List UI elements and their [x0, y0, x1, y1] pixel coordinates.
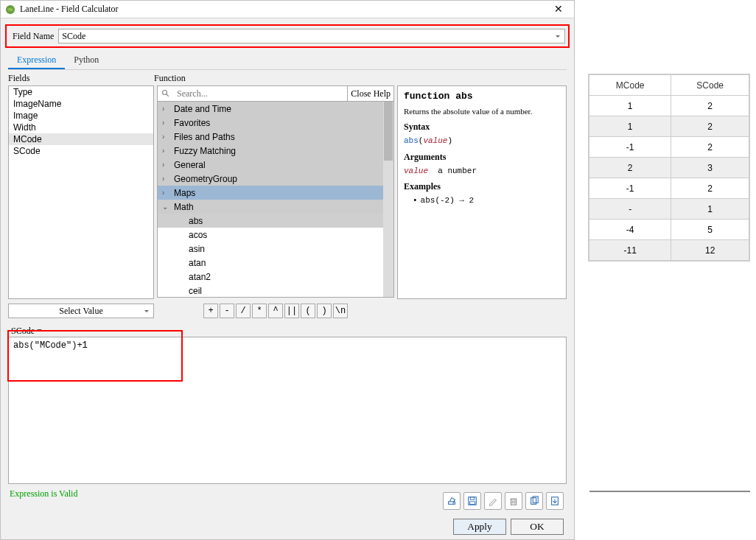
- operator-button[interactable]: ^: [268, 304, 283, 318]
- chevron-right-icon: ›: [162, 147, 174, 155]
- function-item[interactable]: acos: [158, 228, 393, 242]
- svg-line-2: [167, 94, 169, 97]
- function-category[interactable]: ›Maps: [158, 186, 393, 200]
- help-syntax-label: Syntax: [404, 122, 560, 133]
- data-grid: MCode SCode 1212-1223-12-1-45-1112: [588, 74, 750, 262]
- table-row[interactable]: -1112: [589, 240, 749, 261]
- table-row[interactable]: 12: [589, 96, 749, 116]
- table-row[interactable]: 12: [589, 116, 749, 137]
- window-title: LaneLine - Field Calculator: [20, 4, 547, 15]
- table-cell[interactable]: 1: [589, 116, 671, 137]
- select-value-button[interactable]: Select Value: [8, 304, 154, 318]
- edit-icon[interactable]: [484, 492, 502, 510]
- table-cell[interactable]: 2: [671, 178, 749, 199]
- field-item[interactable]: Image: [9, 110, 153, 122]
- function-item[interactable]: ceil: [158, 284, 393, 298]
- function-category[interactable]: ›Fuzzy Matching: [158, 144, 393, 158]
- expression-textarea[interactable]: abs("MCode")+1: [8, 337, 567, 484]
- table-cell[interactable]: 5: [671, 220, 749, 240]
- tab-expression[interactable]: Expression: [8, 52, 65, 69]
- operator-button[interactable]: -: [220, 304, 234, 318]
- field-name-label: Field Name: [13, 31, 54, 42]
- field-name-combo[interactable]: SCode: [58, 29, 565, 43]
- table-row[interactable]: -12: [589, 178, 749, 199]
- field-item[interactable]: SCode: [9, 145, 153, 157]
- function-category[interactable]: ›Files and Paths: [158, 130, 393, 144]
- field-item[interactable]: ImageName: [9, 98, 153, 110]
- table-cell[interactable]: 1: [589, 96, 671, 116]
- table-cell[interactable]: -: [589, 199, 671, 220]
- category-label: General: [174, 160, 206, 170]
- copy-icon[interactable]: [525, 492, 543, 510]
- delete-icon[interactable]: [505, 492, 522, 510]
- fields-heading: Fields: [8, 73, 154, 84]
- function-category[interactable]: ›Date and Time: [158, 102, 393, 116]
- grid-divider: [589, 491, 750, 492]
- function-item[interactable]: abs: [158, 214, 393, 228]
- table-cell[interactable]: -11: [589, 240, 671, 261]
- field-item[interactable]: Type: [9, 86, 153, 98]
- table-cell[interactable]: -1: [589, 137, 671, 158]
- save-icon[interactable]: [463, 492, 481, 510]
- operator-button[interactable]: \n: [333, 304, 348, 318]
- clear-icon[interactable]: [443, 492, 461, 510]
- field-item[interactable]: Width: [9, 122, 153, 133]
- help-desc: Returns the absolute value of a number.: [404, 106, 560, 117]
- table-row[interactable]: 23: [589, 158, 749, 178]
- function-item[interactable]: asin: [158, 242, 393, 256]
- table-cell[interactable]: 2: [589, 158, 671, 178]
- function-category[interactable]: ›GeometryGroup: [158, 172, 393, 186]
- operator-button[interactable]: /: [236, 304, 251, 318]
- category-label: Math: [174, 202, 194, 212]
- category-label: Date and Time: [174, 104, 231, 114]
- tab-python[interactable]: Python: [65, 52, 108, 69]
- close-help-button[interactable]: Close Help: [347, 86, 393, 101]
- function-tree[interactable]: ›Date and Time›Favorites›Files and Paths…: [157, 102, 394, 298]
- operator-button[interactable]: (: [301, 304, 315, 318]
- table-cell[interactable]: 12: [671, 240, 749, 261]
- table-cell[interactable]: -1: [589, 178, 671, 199]
- svg-rect-5: [470, 497, 474, 500]
- expression-pane: Fields Function TypeImageNameImageWidthM…: [8, 73, 567, 499]
- function-category[interactable]: ⌄Math: [158, 200, 393, 214]
- field-item[interactable]: MCode: [9, 133, 153, 145]
- table-cell[interactable]: 2: [671, 96, 749, 116]
- chevron-right-icon: ›: [162, 161, 174, 169]
- table-cell[interactable]: 2: [671, 116, 749, 137]
- search-input[interactable]: [174, 86, 347, 101]
- table-cell[interactable]: 3: [671, 158, 749, 178]
- ok-button[interactable]: OK: [511, 519, 564, 535]
- apply-button[interactable]: Apply: [453, 519, 506, 535]
- table-cell[interactable]: 2: [671, 137, 749, 158]
- table-row[interactable]: -12: [589, 137, 749, 158]
- operator-button[interactable]: *: [252, 304, 267, 318]
- category-label: Fuzzy Matching: [174, 146, 236, 156]
- category-label: Maps: [174, 188, 195, 198]
- function-category[interactable]: ›Favorites: [158, 116, 393, 130]
- table-row[interactable]: -45: [589, 220, 749, 240]
- function-item[interactable]: atan2: [158, 270, 393, 284]
- category-label: Favorites: [174, 118, 210, 128]
- chevron-right-icon: ›: [162, 189, 174, 197]
- chevron-right-icon: ›: [162, 175, 174, 183]
- chevron-right-icon: ›: [162, 133, 174, 141]
- scrollbar-thumb[interactable]: [384, 102, 393, 161]
- col-header-scode[interactable]: SCode: [671, 75, 749, 96]
- table-cell[interactable]: -4: [589, 220, 671, 240]
- svg-rect-6: [470, 502, 475, 505]
- function-item[interactable]: atan: [158, 256, 393, 270]
- operator-button[interactable]: ||: [284, 304, 299, 318]
- expression-label: SCode =: [8, 323, 567, 337]
- function-category[interactable]: ›General: [158, 158, 393, 172]
- field-calculator-dialog: LaneLine - Field Calculator ✕ Field Name…: [0, 0, 575, 540]
- paste-icon[interactable]: [546, 492, 564, 510]
- table-cell[interactable]: 1: [671, 199, 749, 220]
- operator-button[interactable]: ): [317, 304, 332, 318]
- scrollbar[interactable]: [383, 102, 393, 297]
- category-label: Files and Paths: [174, 132, 235, 142]
- close-icon[interactable]: ✕: [547, 3, 570, 15]
- col-header-mcode[interactable]: MCode: [589, 75, 671, 96]
- operator-button[interactable]: +: [203, 304, 218, 318]
- fields-list[interactable]: TypeImageNameImageWidthMCodeSCode: [8, 85, 154, 299]
- table-row[interactable]: -1: [589, 199, 749, 220]
